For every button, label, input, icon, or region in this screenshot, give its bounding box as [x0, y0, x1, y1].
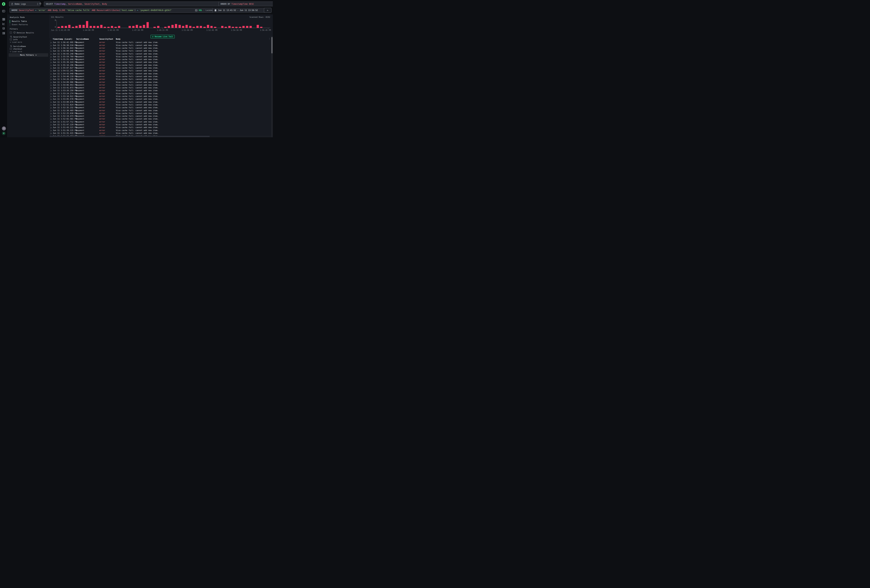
table-row[interactable]: Jun 11 1:54:26.230 PMpaymenterrorVisa ca… [49, 78, 271, 81]
help-button[interactable]: ? [2, 127, 6, 131]
histogram-bar[interactable] [168, 26, 170, 28]
dashboards-icon[interactable] [2, 32, 5, 35]
search-icon[interactable] [10, 45, 12, 47]
histogram-bar[interactable] [157, 26, 159, 28]
histogram-bar[interactable] [171, 25, 174, 28]
histogram-bar[interactable] [143, 25, 145, 28]
row-expand-chevron-icon[interactable] [51, 48, 52, 49]
collapse-sidebar-icon[interactable] [2, 10, 5, 13]
row-expand-chevron-icon[interactable] [51, 96, 52, 97]
user-avatar[interactable]: U [2, 131, 6, 135]
table-row[interactable]: Jun 11 1:56:32.843 PMpaymenterrorVisa ca… [49, 47, 271, 50]
chart-explorer-icon[interactable] [2, 22, 5, 25]
row-expand-chevron-icon[interactable] [51, 130, 52, 131]
table-row[interactable]: Jun 11 1:53:26.250 PMpaymenterrorVisa ca… [49, 89, 271, 92]
more-filters-button[interactable]: More filters [9, 53, 48, 57]
row-expand-chevron-icon[interactable] [51, 82, 52, 83]
row-expand-chevron-icon[interactable] [51, 127, 52, 128]
row-expand-chevron-icon[interactable] [51, 45, 52, 46]
table-row[interactable]: Jun 11 1:55:59.760 PMpaymenterrorVisa ca… [49, 55, 271, 58]
table-row[interactable]: Jun 11 1:51:47.229 PMpaymenterrorVisa ca… [49, 124, 271, 126]
row-expand-chevron-icon[interactable] [51, 42, 52, 43]
table-row[interactable]: Jun 11 1:54:40.218 PMpaymenterrorVisa ca… [49, 75, 271, 78]
row-expand-chevron-icon[interactable] [51, 98, 52, 100]
search-logs-icon[interactable] [2, 18, 5, 21]
column-header-severitytext[interactable]: SeverityText [99, 38, 113, 40]
table-row[interactable]: Jun 11 1:56:03.248 PMpaymenterrorVisa ca… [49, 52, 271, 55]
table-row[interactable]: Jun 11 1:54:52.241 PMpaymenterrorVisa ca… [49, 69, 271, 72]
histogram-bar[interactable] [179, 25, 181, 28]
histogram-bar[interactable] [207, 25, 209, 28]
column-header-timestamp[interactable]: Timestamp (Local) [53, 38, 72, 40]
table-row[interactable]: Jun 11 1:53:00.676 PMpaymenterrorVisa ca… [49, 101, 271, 104]
histogram-bar[interactable] [242, 26, 245, 28]
histogram-bar[interactable] [68, 25, 70, 28]
table-row[interactable]: Jun 11 1:55:51.448 PMpaymenterrorVisa ca… [49, 58, 271, 61]
search-icon[interactable] [10, 36, 12, 38]
histogram-bar[interactable] [111, 26, 113, 28]
row-expand-chevron-icon[interactable] [51, 113, 52, 115]
histogram-bar[interactable] [61, 26, 63, 28]
resume-live-tail-button[interactable]: Resume Live Tail [150, 35, 175, 39]
row-expand-chevron-icon[interactable] [51, 50, 52, 52]
filter-option-info-label[interactable]: info [13, 39, 18, 41]
vertical-scrollbar[interactable] [271, 36, 273, 137]
load-more-servicename[interactable]: Load more [10, 51, 22, 52]
table-row[interactable]: Jun 11 1:55:39.324 PMpaymenterrorVisa ca… [49, 61, 271, 64]
histogram-bar[interactable] [93, 26, 95, 28]
histogram-bar[interactable] [118, 26, 120, 28]
row-expand-chevron-icon[interactable] [51, 101, 52, 103]
histogram-bar[interactable] [136, 25, 138, 28]
histogram-bar[interactable] [257, 25, 259, 28]
table-row[interactable]: Jun 11 1:55:16.296 PMpaymenterrorVisa ca… [49, 64, 271, 67]
filter-option-checkout-checkbox[interactable] [10, 48, 12, 50]
row-expand-chevron-icon[interactable] [51, 67, 52, 69]
table-row[interactable]: Jun 11 1:53:41.873 PMpaymenterrorVisa ca… [49, 86, 271, 89]
histogram-bar[interactable] [97, 26, 99, 28]
load-more-severitytext[interactable]: Load more [10, 41, 22, 43]
sessions-laptop-icon[interactable] [2, 27, 5, 30]
row-expand-chevron-icon[interactable] [51, 56, 52, 58]
column-header-servicename[interactable]: ServiceName [76, 38, 89, 40]
row-expand-chevron-icon[interactable] [51, 70, 52, 72]
histogram-bar[interactable] [82, 25, 85, 28]
table-row[interactable]: Jun 11 1:51:31.415 PMpaymenterrorVisa ca… [49, 132, 271, 135]
row-expand-chevron-icon[interactable] [51, 90, 52, 92]
row-expand-chevron-icon[interactable] [51, 104, 52, 106]
time-range-picker[interactable]: Jun 11 13:41:52 - Jun 11 13:56:52 [213, 8, 266, 13]
sidebar-item-event-patterns[interactable]: Event Patterns [12, 24, 28, 26]
histogram-bar[interactable] [86, 21, 88, 28]
table-row[interactable]: Jun 11 1:53:10.922 PMpaymenterrorVisa ca… [49, 95, 271, 98]
table-row[interactable]: Jun 11 1:56:38.534 PMpaymenterrorVisa ca… [49, 44, 271, 47]
table-row[interactable]: Jun 11 1:53:05.578 PMpaymenterrorVisa ca… [49, 98, 271, 101]
row-expand-chevron-icon[interactable] [51, 79, 52, 80]
table-row[interactable]: Jun 11 1:56:08.948 PMpaymenterrorVisa ca… [49, 49, 271, 52]
table-row[interactable]: Jun 11 1:52:19.473 PMpaymenterrorVisa ca… [49, 115, 271, 118]
table-row[interactable]: Jun 11 1:52:25.630 PMpaymenterrorVisa ca… [49, 112, 271, 115]
column-header-body[interactable]: Body [116, 38, 121, 40]
where-query-input[interactable]: WHERE SeverityText = 'error' AND Body IL… [10, 8, 215, 13]
row-expand-chevron-icon[interactable] [51, 62, 52, 63]
histogram-bar[interactable] [210, 26, 213, 28]
row-expand-chevron-icon[interactable] [51, 59, 52, 61]
histogram-bar[interactable] [200, 26, 202, 28]
lucene-mode-button[interactable]: Lucene [206, 9, 213, 12]
horizontal-scrollbar-thumb[interactable] [49, 136, 210, 137]
sql-mode-button[interactable]: SQL [198, 9, 202, 12]
row-expand-chevron-icon[interactable] [51, 118, 52, 120]
horizontal-scrollbar[interactable] [49, 136, 271, 137]
row-expand-chevron-icon[interactable] [51, 84, 52, 86]
table-options-icon[interactable]: ⋮ [268, 37, 270, 40]
row-expand-chevron-icon[interactable] [51, 76, 52, 77]
table-row[interactable]: Jun 11 1:55:07.827 PMpaymenterrorVisa ca… [49, 67, 271, 70]
histogram-bar[interactable] [75, 26, 77, 28]
row-expand-chevron-icon[interactable] [51, 110, 52, 112]
histogram-bar[interactable] [189, 26, 191, 28]
histogram-bar[interactable] [246, 26, 248, 28]
row-expand-chevron-icon[interactable] [51, 73, 52, 75]
histogram-bar[interactable] [65, 26, 67, 28]
table-row[interactable]: Jun 11 1:52:35.232 PMpaymenterrorVisa ca… [49, 106, 271, 109]
sidebar-item-results-table[interactable]: Results Table [12, 20, 27, 22]
histogram-bar[interactable] [175, 24, 177, 28]
table-row[interactable]: Jun 11 1:54:06.953 PMpaymenterrorVisa ca… [49, 84, 271, 86]
